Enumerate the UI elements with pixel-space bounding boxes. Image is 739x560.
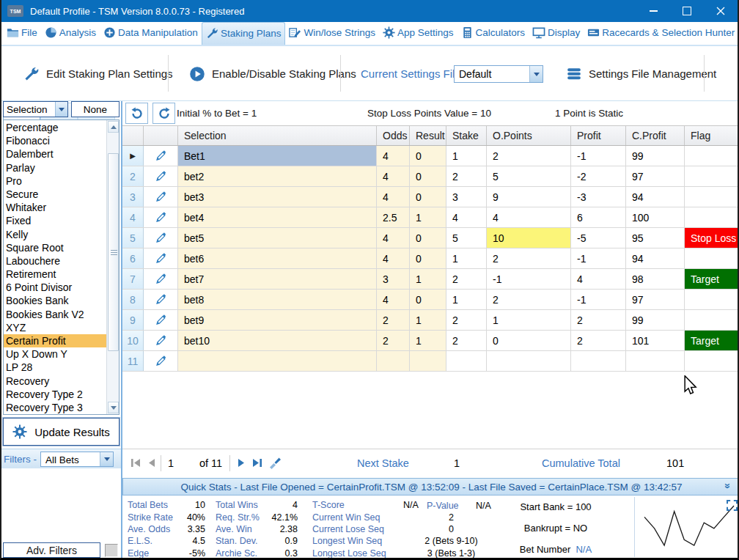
- selection-cell[interactable]: bet8: [178, 290, 377, 309]
- selection-filter-dropdown[interactable]: Selection: [3, 101, 68, 117]
- scroll-up-icon[interactable]: [108, 121, 119, 133]
- result-cell[interactable]: 1: [410, 269, 446, 289]
- result-cell[interactable]: [410, 351, 446, 371]
- adv-filters-checkbox[interactable]: [105, 544, 118, 557]
- enable-disable-plans-button[interactable]: Enable/Disable Staking Plans: [189, 46, 356, 101]
- update-results-button[interactable]: Update Results: [3, 418, 120, 446]
- result-cell[interactable]: 0: [410, 248, 446, 268]
- bet-row[interactable]: 9 bet9 2 1 2 1 2 99: [122, 310, 739, 331]
- odds-cell[interactable]: 4: [377, 248, 410, 268]
- clear-brush-button[interactable]: [268, 455, 282, 470]
- staking-plan-item[interactable]: Certain Profit: [4, 334, 106, 347]
- edit-bet-button[interactable]: [144, 310, 178, 330]
- settings-file-management-button[interactable]: Settings File Management: [566, 46, 716, 101]
- selection-cell[interactable]: bet2: [178, 166, 377, 186]
- staking-plan-item[interactable]: Whitaker: [4, 201, 106, 214]
- tab-staking-plans[interactable]: Staking Plans: [202, 22, 286, 45]
- bet-row[interactable]: 8 bet8 4 0 1 2 -1 97: [122, 290, 739, 310]
- result-cell[interactable]: 0: [410, 290, 446, 309]
- selection-cell[interactable]: [178, 351, 377, 371]
- odds-cell[interactable]: 2: [377, 331, 410, 350]
- first-record-button[interactable]: [128, 455, 143, 470]
- tab-winlose-strings[interactable]: Win/lose Strings: [285, 22, 379, 45]
- col-opoints[interactable]: O.Points: [487, 126, 571, 145]
- next-record-button[interactable]: [234, 455, 249, 470]
- collapse-chevron-icon[interactable]: »: [722, 483, 734, 489]
- odds-cell[interactable]: 4: [377, 146, 410, 166]
- odds-cell[interactable]: 2: [377, 310, 410, 330]
- edit-bet-button[interactable]: [144, 207, 178, 227]
- staking-plan-item[interactable]: Square Root: [4, 241, 106, 254]
- edit-bet-button[interactable]: [144, 351, 178, 371]
- staking-plan-item[interactable]: Parlay: [4, 161, 106, 174]
- settings-file-dropdown[interactable]: Default: [454, 65, 543, 83]
- bet-row[interactable]: 2 bet2 4 0 2 5 -2 97: [122, 166, 739, 187]
- col-selection[interactable]: Selection: [178, 126, 377, 145]
- edit-bet-button[interactable]: [144, 228, 178, 248]
- staking-plan-item[interactable]: XYZ: [4, 321, 106, 334]
- odds-cell[interactable]: 4: [377, 187, 410, 207]
- result-cell[interactable]: 0: [410, 146, 446, 166]
- odds-cell[interactable]: 4: [377, 290, 410, 309]
- selection-cell[interactable]: bet5: [178, 228, 377, 248]
- selection-cell[interactable]: bet6: [178, 248, 377, 268]
- bet-row[interactable]: 7 bet7 3 1 2 -1 4 98 Target: [122, 269, 739, 290]
- bet-row[interactable]: 5 bet5 4 0 5 10 -5 95 Stop Loss: [122, 228, 739, 248]
- chevron-down-icon[interactable]: [55, 102, 67, 117]
- edit-bet-button[interactable]: [144, 187, 178, 207]
- selection-cell[interactable]: bet10: [178, 331, 377, 350]
- edit-bet-button[interactable]: [144, 269, 178, 289]
- odds-cell[interactable]: 4: [377, 228, 410, 248]
- bet-row[interactable]: ▶ Bet1 4 0 1 2 -1 99: [122, 146, 739, 166]
- scroll-down-icon[interactable]: [108, 402, 119, 413]
- filter-value-button[interactable]: None: [71, 101, 120, 117]
- edit-bet-button[interactable]: [144, 166, 178, 186]
- col-profit[interactable]: Profit: [571, 126, 626, 145]
- tab-file[interactable]: File: [3, 22, 41, 45]
- maximize-button[interactable]: [670, 0, 704, 22]
- bet-row[interactable]: 10 bet10 2 1 2 0 2 101 Target: [122, 331, 739, 351]
- staking-plan-item[interactable]: Labouchere: [4, 254, 106, 268]
- last-record-button[interactable]: [249, 455, 264, 470]
- bet-row[interactable]: 6 bet6 4 0 1 2 -1 94: [122, 248, 739, 269]
- tab-analysis[interactable]: Analysis: [41, 22, 100, 45]
- result-cell[interactable]: 0: [410, 228, 446, 248]
- refresh-ccw-button[interactable]: [125, 103, 148, 124]
- chevron-down-icon[interactable]: [100, 452, 113, 466]
- result-cell[interactable]: 1: [410, 207, 446, 227]
- staking-plan-item[interactable]: S.A.W: [4, 414, 106, 415]
- plan-list-scrollbar[interactable]: [106, 120, 119, 414]
- edit-bet-button[interactable]: [144, 248, 178, 268]
- bet-row[interactable]: 3 bet3 4 0 3 9 -3 94: [122, 187, 739, 207]
- staking-plan-item[interactable]: Bookies Bank: [4, 294, 106, 307]
- staking-plan-item[interactable]: Bookies Bank V2: [4, 308, 106, 321]
- staking-plan-item[interactable]: Dalembert: [4, 147, 106, 161]
- odds-cell[interactable]: [377, 351, 410, 371]
- col-flag[interactable]: Flag: [685, 126, 739, 145]
- selection-cell[interactable]: Bet1: [178, 146, 377, 166]
- staking-plan-item[interactable]: LP 28: [4, 361, 106, 374]
- staking-plan-item[interactable]: Recovery Type 3: [4, 401, 106, 414]
- bet-row[interactable]: 4 bet4 2.5 1 4 4 6 100: [122, 207, 739, 228]
- col-stake[interactable]: Stake: [446, 126, 487, 145]
- col-cprofit[interactable]: C.Profit: [626, 126, 685, 145]
- adv-filters-button[interactable]: Adv. Filters: [3, 542, 100, 558]
- chevron-down-icon[interactable]: [529, 66, 543, 82]
- staking-plan-item[interactable]: Recovery: [4, 375, 106, 388]
- scrollbar-thumb[interactable]: [108, 153, 119, 351]
- staking-plan-item[interactable]: Fixed: [4, 214, 106, 227]
- staking-plan-item[interactable]: Pro: [4, 174, 106, 188]
- col-result[interactable]: Result: [410, 126, 446, 145]
- result-cell[interactable]: 1: [410, 310, 446, 330]
- col-odds[interactable]: Odds: [377, 126, 410, 145]
- staking-plan-item[interactable]: Fibonacci: [4, 134, 106, 147]
- selection-cell[interactable]: bet7: [178, 269, 377, 289]
- selection-cell[interactable]: bet9: [178, 310, 377, 330]
- staking-plan-item[interactable]: Recovery Type 2: [4, 388, 106, 401]
- result-cell[interactable]: 1: [410, 331, 446, 350]
- tab-racecards[interactable]: Racecards & Selection Hunter: [584, 22, 738, 45]
- staking-plan-item[interactable]: Up X Down Y: [4, 347, 106, 361]
- result-cell[interactable]: 0: [410, 166, 446, 186]
- staking-plan-item[interactable]: Secure: [4, 188, 106, 201]
- staking-plan-item[interactable]: Retirement: [4, 268, 106, 281]
